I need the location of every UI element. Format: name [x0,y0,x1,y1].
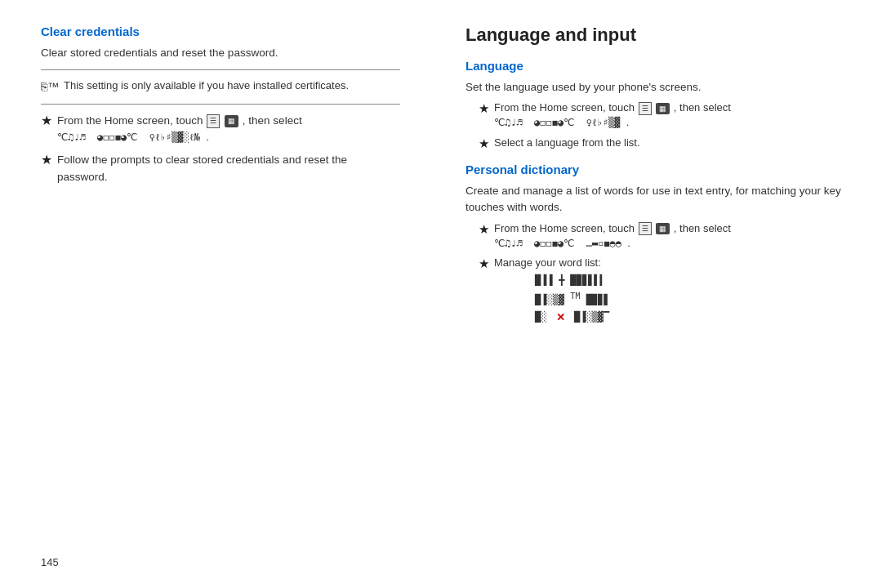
clear-credentials-title: Clear credentials [41,24,400,38]
remove-icon: ✕ [556,310,565,325]
apps-icon-lang: ▦ [656,103,670,115]
left-column: Clear credentials Clear stored credentia… [41,24,433,564]
language-section-title: Language [466,59,849,73]
menu-icon-lang: ☰ [639,102,652,116]
dict-bullet-2-content: Manage your word list: █▐▐ ╋ █▉▊▋▌▍ █▐░▒… [494,256,610,328]
note-icon: ⎘™ [41,79,59,96]
star-icon-dict-1: ★ [479,221,489,238]
left-submenu-garbled-1: ℃♫♩♬ ◕◻◻◼◕℃ ♀ℓ♭♯▒▓░ℓ№ [57,131,200,143]
star-icon-dict-2: ★ [479,256,489,272]
note-text: This setting is only available if you ha… [64,78,400,93]
divider-2 [41,104,400,105]
star-icon-1: ★ [41,113,52,130]
clear-credentials-description: Clear stored credentials and reset the p… [41,45,400,61]
language-submenu-garbled: ℃♫♩♬ ◕◻◻◼◕℃ ♀ℓ♭♯▒▓ [494,117,621,128]
language-bullet-2: ★ Select a language from the list. [466,136,849,152]
dict-bullet-1: ★ From the Home screen, touch ☰ ▦ , then… [466,221,849,251]
left-bullet-2: ★ Follow the prompts to clear stored cre… [41,152,400,185]
note-block: ⎘™ This setting is only available if you… [41,78,400,96]
star-icon-lang-2: ★ [479,136,489,152]
right-column: Language and input Language Set the lang… [433,24,849,564]
left-bullet-2-content: Follow the prompts to clear stored crede… [57,152,400,185]
menu-icon-dict: ☰ [639,222,652,236]
dict-submenu-garbled: ℃♫♩♬ ◕◻◻◼◕℃ …▬▫◼◓◓ [494,238,621,249]
word-list-item-2: █▐░▒▓ TM █▉▊▋ [535,291,610,307]
page-main-title: Language and input [466,24,849,46]
star-icon-lang-1: ★ [479,100,489,117]
left-bullet-1-content: From the Home screen, touch ☰ ▦ , then s… [57,113,400,146]
word-item-3-garbled: █░ [535,310,553,324]
word-list-item-3: █░ ✕ █▐░▒▓▔ [535,310,610,325]
word-item-2-garbled: █▐░▒▓ TM █▉▊▋ [535,291,610,307]
word-item-3-garbled-2: █▐░▒▓▔ [568,310,610,324]
divider-1 [41,69,400,70]
dict-bullet-1-content: From the Home screen, touch ☰ ▦ , then s… [494,221,731,251]
menu-icon-1: ☰ [207,114,220,129]
word-list: █▐▐ ╋ █▉▊▋▌▍ █▐░▒▓ TM █▉▊▋ █░ ✕ █▐░▒▓▔ [494,274,610,325]
word-item-1-garbled: █▐▐ ╋ █▉▊▋▌▍ [535,274,606,287]
language-bullet-1-content: From the Home screen, touch ☰ ▦ , then s… [494,100,731,130]
page-container: Clear credentials Clear stored credentia… [0,0,882,588]
apps-icon-dict: ▦ [656,223,670,235]
left-bullet-1: ★ From the Home screen, touch ☰ ▦ , then… [41,113,400,146]
language-bullet-1: ★ From the Home screen, touch ☰ ▦ , then… [466,100,849,130]
word-list-item-1: █▐▐ ╋ █▉▊▋▌▍ [535,274,610,287]
dict-bullet-2: ★ Manage your word list: █▐▐ ╋ █▉▊▋▌▍ █▐… [466,256,849,328]
personal-dictionary-description: Create and manage a list of words for us… [466,183,849,216]
language-bullet-2-content: Select a language from the list. [494,136,640,150]
personal-dictionary-title: Personal dictionary [466,163,849,176]
page-number: 145 [41,556,59,568]
language-description: Set the language used by your phone's sc… [466,79,849,96]
star-icon-2: ★ [41,152,52,169]
apps-icon-1: ▦ [225,115,238,128]
